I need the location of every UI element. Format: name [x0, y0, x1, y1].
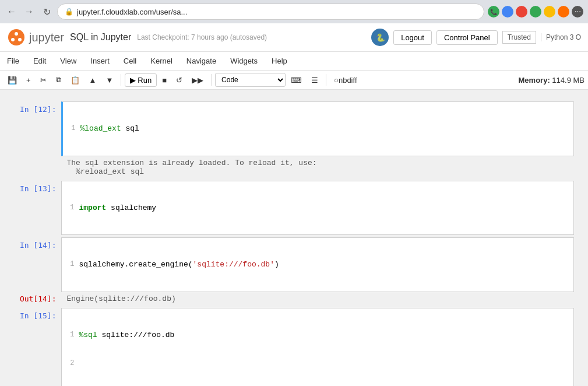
cell-14-output-label: Out[14]:	[15, 292, 61, 303]
memory-label: Memory:	[519, 76, 550, 85]
cell-12-label: In [12]:	[15, 101, 61, 114]
cell-12-row: In [12]: 1 %load_ext sql	[15, 101, 574, 156]
move-up-button[interactable]: ▲	[85, 73, 101, 87]
line-code: import sqlalchemy	[79, 202, 568, 214]
memory-value: 114.9 MB	[552, 76, 585, 85]
jupyter-logo: jupyter	[7, 28, 64, 47]
control-panel-button[interactable]: Control Panel	[436, 30, 498, 45]
toolbar-sep-2	[211, 74, 212, 86]
cell-12-output-text: The sql extension is already loaded. To …	[61, 156, 574, 178]
url-text: jupyter.f.cloudxlab.com/user/sa...	[77, 8, 187, 16]
menu-edit[interactable]: Edit	[26, 54, 53, 68]
line-code	[79, 358, 568, 370]
run-label: Run	[138, 76, 152, 85]
line-code: %load_ext sql	[80, 123, 568, 135]
magic-keyword: %load_ext	[80, 124, 121, 133]
menu-bar: File Edit View Insert Cell Kernel Naviga…	[0, 52, 588, 71]
cell-15-code[interactable]: 1 %sql sqlite:///foo.db 2	[62, 308, 573, 387]
cell-15-content[interactable]: 1 %sql sqlite:///foo.db 2	[61, 308, 574, 387]
cell-13: In [13]: 1 import sqlalchemy	[15, 181, 574, 236]
menu-help[interactable]: Help	[265, 54, 294, 68]
run-button[interactable]: ▶ Run	[125, 73, 157, 87]
cell-12-output: The sql extension is already loaded. To …	[15, 156, 574, 178]
copy-button[interactable]: ⧉	[52, 73, 65, 87]
menu-kernel[interactable]: Kernel	[143, 54, 179, 68]
browser-icon-3	[516, 6, 527, 17]
cell-12-code[interactable]: 1 %load_ext sql	[63, 102, 573, 156]
list-button[interactable]: ☰	[307, 73, 322, 87]
menu-cell[interactable]: Cell	[117, 54, 143, 68]
python-logo-icon: 🐍	[371, 29, 389, 46]
menu-file[interactable]: File	[0, 54, 26, 68]
notebook-title[interactable]: SQL in Jupyter	[70, 32, 131, 43]
cell-15: In [15]: 1 %sql sqlite:///foo.db 2	[15, 308, 574, 387]
restart-run-button[interactable]: ▶▶	[188, 73, 207, 87]
keyboard-button[interactable]: ⌨	[287, 73, 306, 87]
nbdiff-icon: ○	[334, 76, 339, 85]
python-version: Python 3 O	[541, 33, 581, 41]
nbdiff-button[interactable]: ○ nbdiff	[330, 73, 361, 87]
line-num: 1	[68, 202, 75, 214]
string-literal: 'sqlite:///foo.db'	[193, 260, 274, 269]
restart-button[interactable]: ↺	[172, 73, 186, 87]
cell-12-content[interactable]: 1 %load_ext sql	[61, 101, 574, 156]
line-code: %sql sqlite:///foo.db	[79, 329, 568, 341]
checkpoint-info: Last Checkpoint: 7 hours ago (autosaved)	[137, 33, 267, 41]
paste-button[interactable]: 📋	[66, 73, 84, 87]
import-keyword: import	[79, 203, 107, 212]
notebook-area: In [12]: 1 %load_ext sql The sql extensi…	[0, 90, 588, 386]
menu-navigate[interactable]: Navigate	[179, 54, 223, 68]
svg-point-2	[18, 38, 22, 41]
stop-button[interactable]: ■	[158, 73, 171, 87]
move-down-button[interactable]: ▼	[101, 73, 117, 87]
browser-icon-5	[544, 6, 555, 17]
run-icon: ▶	[130, 76, 136, 85]
browser-icon-2	[502, 6, 513, 17]
cell-type-select[interactable]: Code Markdown Raw NBConvert	[215, 73, 286, 87]
jupyter-wordmark: jupyter	[29, 31, 64, 44]
cut-button[interactable]: ✂	[36, 73, 51, 87]
cell-14-output: Out[14]: Engine(sqlite:///foo.db)	[15, 292, 574, 306]
toolbar-sep-3	[326, 74, 326, 86]
cell-14: In [14]: 1 sqlalchemy.create_engine('sql…	[15, 237, 574, 306]
code-line: 1 %load_ext sql	[69, 123, 568, 135]
cell-14-content[interactable]: 1 sqlalchemy.create_engine('sqlite:///fo…	[61, 237, 574, 292]
cell-14-output-text: Engine(sqlite:///foo.db)	[61, 292, 574, 306]
cell-13-content[interactable]: 1 import sqlalchemy	[61, 181, 574, 236]
save-button[interactable]: 💾	[3, 73, 21, 87]
cell-14-label: In [14]:	[15, 237, 61, 250]
line-num: 1	[68, 259, 75, 271]
magic-keyword: %sql	[79, 331, 97, 339]
browser-icon-7: ⋯	[572, 6, 583, 17]
svg-point-0	[8, 29, 24, 45]
address-bar[interactable]: 🔒 jupyter.f.cloudxlab.com/user/sa...	[57, 3, 484, 20]
cell-15-row: In [15]: 1 %sql sqlite:///foo.db 2	[15, 308, 574, 387]
cell-15-label: In [15]:	[15, 308, 61, 320]
menu-view[interactable]: View	[53, 54, 83, 68]
menu-widgets[interactable]: Widgets	[223, 54, 265, 68]
cell-12: In [12]: 1 %load_ext sql The sql extensi…	[15, 101, 574, 178]
notebook-inner: In [12]: 1 %load_ext sql The sql extensi…	[15, 101, 574, 386]
trusted-badge: Trusted	[502, 31, 536, 44]
svg-point-1	[15, 32, 18, 36]
jupyter-logo-icon	[7, 28, 26, 47]
add-cell-button[interactable]: +	[22, 73, 35, 87]
toolbar-sep-1	[121, 74, 121, 86]
nbdiff-label: nbdiff	[339, 76, 357, 85]
toolbar: 💾 + ✂ ⧉ 📋 ▲ ▼ ▶ Run ■ ↺ ▶▶ Code Markdown…	[0, 71, 588, 90]
memory-info: Memory: 114.9 MB	[519, 76, 585, 85]
code-line: 1 sqlalchemy.create_engine('sqlite:///fo…	[68, 259, 568, 271]
refresh-button[interactable]: ↻	[40, 5, 54, 19]
code-line: 1 import sqlalchemy	[68, 202, 568, 214]
forward-button[interactable]: →	[22, 5, 36, 19]
jupyter-topbar: jupyter SQL in Jupyter Last Checkpoint: …	[0, 23, 588, 52]
logout-button[interactable]: Logout	[393, 30, 432, 45]
cell-14-code[interactable]: 1 sqlalchemy.create_engine('sqlite:///fo…	[62, 238, 573, 292]
menu-insert[interactable]: Insert	[83, 54, 117, 68]
cell-13-code[interactable]: 1 import sqlalchemy	[62, 181, 573, 235]
line-num: 1	[68, 329, 75, 341]
back-button[interactable]: ←	[5, 5, 19, 19]
svg-point-3	[11, 38, 15, 41]
code-line: 1 %sql sqlite:///foo.db	[68, 329, 568, 341]
code-line: 2	[68, 358, 568, 370]
